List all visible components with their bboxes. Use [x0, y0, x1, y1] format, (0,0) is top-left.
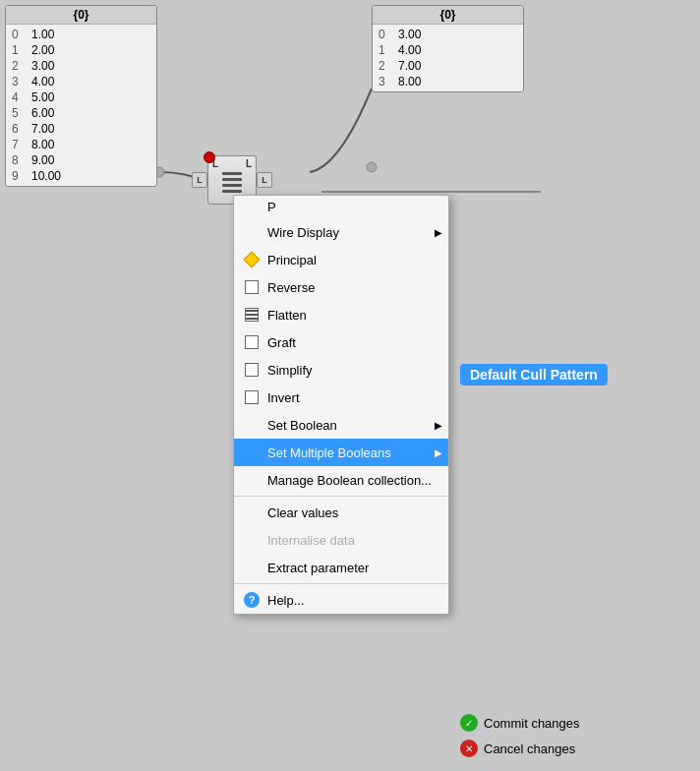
help-icon: ?: [242, 590, 262, 610]
table-row: 45.00: [6, 89, 156, 105]
manage-boolean-icon: [242, 470, 262, 490]
menu-item-wire-display[interactable]: Wire Display ▶: [234, 218, 448, 246]
menu-label-graft: Graft: [267, 335, 296, 350]
icon-line-4: [222, 190, 242, 193]
canvas: {0} 01.00 12.00 23.00 34.00 45.00 56.00 …: [0, 0, 700, 771]
menu-item-clear-values[interactable]: Clear values: [234, 499, 448, 526]
menu-item-simplify[interactable]: Simplify: [234, 356, 448, 384]
menu-label-reverse: Reverse: [267, 280, 315, 295]
left-panel-header: {0}: [6, 6, 156, 25]
menu-item-manage-boolean[interactable]: Manage Boolean collection...: [234, 466, 448, 494]
port-label-right: L: [262, 175, 267, 185]
table-row: 34.00: [6, 74, 156, 89]
left-data-panel: {0} 01.00 12.00 23.00 34.00 45.00 56.00 …: [5, 5, 157, 187]
menu-label-manage-boolean: Manage Boolean collection...: [267, 473, 432, 488]
node-label-right: L: [246, 158, 252, 169]
menu-label-set-boolean: Set Boolean: [267, 418, 337, 433]
cancel-icon[interactable]: ✕: [460, 740, 478, 757]
commit-row: ✓ Commit changes: [460, 714, 580, 732]
menu-item-principal[interactable]: Principal: [234, 246, 448, 273]
table-row: 12.00: [6, 42, 156, 58]
table-row: 56.00: [6, 105, 156, 121]
table-row: 14.00: [373, 42, 523, 58]
commit-icon[interactable]: ✓: [460, 714, 478, 732]
menu-item-graft[interactable]: Graft: [234, 328, 448, 356]
menu-label-clear-values: Clear values: [267, 505, 338, 520]
table-row: 910.00: [6, 168, 156, 184]
invert-icon: [242, 387, 262, 407]
table-row: 23.00: [6, 58, 156, 74]
menu-item-reverse[interactable]: Reverse: [234, 273, 448, 301]
boolean-panel-title: Default Cull Pattern: [460, 364, 608, 386]
menu-item-set-boolean[interactable]: Set Boolean ▶: [234, 411, 448, 439]
table-row: 01.00: [6, 27, 156, 42]
separator-2: [234, 583, 448, 584]
node-port-right[interactable]: L: [257, 172, 272, 188]
set-multiple-booleans-icon: [242, 443, 262, 462]
menu-item-help[interactable]: ? Help...: [234, 586, 448, 614]
reverse-icon: [242, 277, 262, 297]
menu-item-p[interactable]: P: [234, 196, 448, 218]
icon-line-1: [222, 172, 242, 175]
icon-line-3: [222, 184, 242, 187]
clear-values-icon: [242, 503, 262, 522]
set-multiple-booleans-arrow-icon: ▶: [435, 447, 442, 458]
svg-point-1: [367, 162, 377, 172]
extract-icon: [242, 558, 262, 577]
internalise-icon: [242, 530, 262, 550]
menu-label-extract: Extract parameter: [267, 561, 369, 575]
right-panel-rows: 03.00 14.00 27.00 38.00: [373, 25, 523, 91]
node-label-left: L: [212, 158, 218, 169]
node-icon: [222, 172, 242, 193]
icon-line-2: [222, 178, 242, 181]
port-label-left: L: [197, 175, 203, 185]
table-row: 78.00: [6, 137, 156, 152]
simplify-icon: [242, 360, 262, 380]
left-panel-rows: 01.00 12.00 23.00 34.00 45.00 56.00 67.0…: [6, 25, 156, 186]
right-panel-header: {0}: [373, 6, 523, 25]
cancel-row: ✕ Cancel changes: [460, 740, 575, 757]
set-boolean-arrow-icon: ▶: [435, 420, 442, 431]
table-row: 27.00: [373, 58, 523, 74]
commit-label[interactable]: Commit changes: [484, 716, 580, 731]
wire-display-icon: [242, 222, 262, 242]
menu-item-flatten[interactable]: Flatten: [234, 301, 448, 328]
table-row: 38.00: [373, 74, 523, 89]
cancel-label[interactable]: Cancel changes: [484, 741, 575, 756]
menu-label-simplify: Simplify: [267, 363, 313, 378]
flatten-icon: [242, 305, 262, 325]
menu-label-help: Help...: [267, 593, 305, 608]
principal-icon: [242, 250, 262, 269]
menu-item-invert[interactable]: Invert: [234, 384, 448, 411]
right-data-panel: {0} 03.00 14.00 27.00 38.00: [372, 5, 524, 92]
menu-item-set-multiple-booleans[interactable]: Set Multiple Booleans ▶: [234, 439, 448, 466]
table-row: 89.00: [6, 152, 156, 168]
context-menu: P Wire Display ▶ Principal Reverse: [233, 195, 449, 615]
menu-label-invert: Invert: [267, 390, 300, 405]
menu-item-extract[interactable]: Extract parameter: [234, 554, 448, 581]
table-row: 03.00: [373, 27, 523, 42]
menu-label-p: P: [267, 200, 276, 214]
table-row: 67.00: [6, 121, 156, 137]
node-port-left[interactable]: L: [192, 172, 207, 188]
separator-1: [234, 496, 448, 497]
wire-display-arrow-icon: ▶: [435, 227, 442, 238]
menu-label-internalise: Internalise data: [267, 533, 355, 548]
graft-icon: [242, 332, 262, 352]
menu-label-flatten: Flatten: [267, 308, 307, 323]
menu-label-wire-display: Wire Display: [267, 225, 339, 240]
set-boolean-icon: [242, 415, 262, 435]
menu-label-principal: Principal: [267, 253, 317, 267]
menu-label-set-multiple-booleans: Set Multiple Booleans: [267, 445, 391, 460]
menu-item-internalise: Internalise data: [234, 526, 448, 554]
